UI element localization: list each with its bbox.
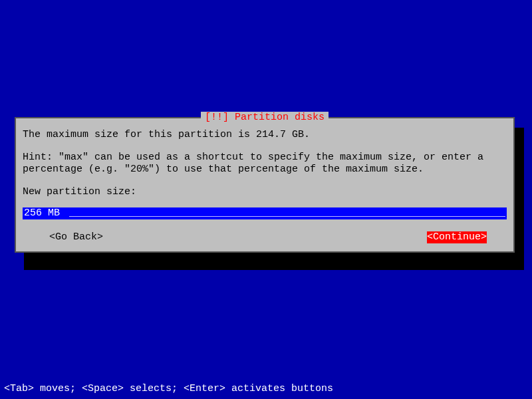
partition-dialog: [!!] Partition disks The maximum size fo…: [15, 117, 515, 253]
button-row: <Go Back> <Continue>: [23, 231, 507, 243]
help-bar: <Tab> moves; <Space> selects; <Enter> ac…: [4, 383, 333, 395]
continue-button[interactable]: <Continue>: [427, 231, 487, 243]
partition-size-label: New partition size:: [23, 186, 507, 198]
partition-size-input[interactable]: 256 MB _________________________________…: [23, 207, 507, 219]
input-underline-fill: ________________________________________…: [69, 207, 505, 219]
go-back-button[interactable]: <Go Back>: [49, 231, 103, 243]
hint-text: Hint: "max" can be used as a shortcut to…: [23, 152, 507, 176]
max-size-text: The maximum size for this partition is 2…: [23, 129, 507, 141]
dialog-title: [!!] Partition disks: [201, 112, 329, 124]
partition-size-value: 256 MB: [24, 207, 60, 219]
